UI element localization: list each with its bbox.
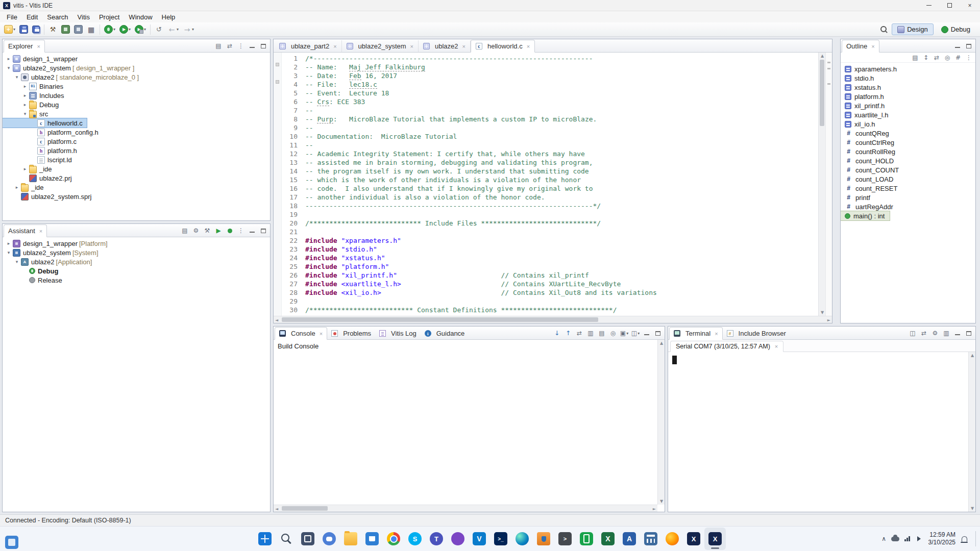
outline-item-xil-io-h[interactable]: xil_io.h bbox=[841, 119, 880, 129]
scroll-left-arrow[interactable]: ◄ bbox=[275, 507, 278, 511]
console-horizontal-scrollbar[interactable]: ◄ ► bbox=[274, 505, 657, 512]
assistant-view-tab[interactable]: Assistant × bbox=[4, 224, 47, 237]
terminal-vertical-scrollbar[interactable]: ▲ ▼ bbox=[968, 352, 975, 512]
search-icon[interactable] bbox=[880, 26, 888, 33]
expand-arrow-icon[interactable]: ▸ bbox=[21, 93, 29, 98]
taskbar-edge-button[interactable] bbox=[511, 528, 533, 550]
maximize-view-icon[interactable] bbox=[259, 42, 268, 50]
explorer-item-ublaze2-system[interactable]: ▾ublaze2_system [ design_1_wrapper ] bbox=[3, 63, 138, 72]
console-body[interactable]: Build Console ▲ ▼ ◄ ► bbox=[274, 340, 665, 512]
outline-item-printf[interactable]: printf bbox=[841, 193, 875, 202]
explorer-item-ublaze2[interactable]: ▾ublaze2 [ standalone_microblaze_0 ] bbox=[3, 72, 143, 82]
explorer-item-platform-c[interactable]: platform.c bbox=[3, 137, 81, 146]
scroll-right-arrow[interactable]: ► bbox=[653, 507, 656, 511]
outline-item-uartregaddr[interactable]: uartRegAddr bbox=[841, 202, 898, 211]
dropdown-caret[interactable]: ▾ bbox=[177, 27, 179, 32]
serial-session-tab[interactable]: Serial COM7 (3/10/25, 12:57 AM) × bbox=[670, 341, 783, 352]
explorer-item-debug[interactable]: ▸Debug bbox=[3, 100, 63, 109]
close-view-icon[interactable]: × bbox=[715, 331, 718, 337]
close-session-icon[interactable]: × bbox=[775, 343, 778, 349]
taskbar-file-explorer-button[interactable] bbox=[340, 528, 361, 550]
expand-arrow-icon[interactable]: ▸ bbox=[5, 241, 13, 246]
pin-console-icon[interactable]: ◎ bbox=[608, 329, 618, 337]
close-tab-icon[interactable]: × bbox=[462, 43, 465, 49]
close-window-button[interactable]: × bbox=[960, 0, 980, 11]
sort-icon[interactable]: ↕ bbox=[921, 54, 930, 62]
explorer-item-platform-h[interactable]: platform.h bbox=[3, 146, 81, 155]
assistant-item-release[interactable]: Release bbox=[3, 276, 66, 285]
outline-item-countrollreg[interactable]: countRollReg bbox=[841, 147, 900, 156]
emulation-button[interactable] bbox=[85, 23, 97, 36]
collapse-arrow-icon[interactable]: ▾ bbox=[5, 250, 13, 255]
expand-arrow-icon[interactable]: ▸ bbox=[21, 84, 29, 89]
close-tab-icon[interactable]: × bbox=[410, 43, 413, 49]
expand-arrow-icon[interactable]: ▸ bbox=[21, 102, 29, 107]
terminal-tab-terminal[interactable]: Terminal× bbox=[669, 327, 723, 340]
menu-edit[interactable]: Edit bbox=[22, 13, 42, 21]
link-with-editor-icon[interactable]: ⇄ bbox=[932, 54, 941, 62]
perspective-debug[interactable]: Debug bbox=[936, 23, 976, 35]
outline-item-platform-h[interactable]: platform.h bbox=[841, 92, 889, 101]
new-wizard-button[interactable]: ▾ bbox=[3, 23, 17, 36]
tray-chevron-icon[interactable]: ∧ bbox=[881, 535, 886, 542]
explorer-view-tab[interactable]: Explorer × bbox=[4, 40, 45, 53]
dropdown-caret[interactable]: ▾ bbox=[192, 27, 194, 32]
editor-horizontal-scrollbar[interactable]: ◄ ► bbox=[274, 316, 832, 323]
menu-file[interactable]: File bbox=[2, 13, 22, 21]
editor-tab-ublaze-part2[interactable]: ublaze_part2× bbox=[275, 40, 342, 52]
editor-vertical-scrollbar[interactable]: ▲ ▼ bbox=[818, 53, 825, 316]
explorer-item-helloworld-c[interactable]: helloworld.c bbox=[3, 118, 87, 128]
scroll-down-icon[interactable]: ↓ bbox=[552, 329, 561, 337]
perspective-design[interactable]: Design bbox=[892, 23, 933, 35]
taskbar-task-view-button[interactable] bbox=[297, 528, 318, 550]
view-menu-icon[interactable]: ⋮ bbox=[236, 42, 246, 50]
show-desktop-button[interactable] bbox=[975, 531, 977, 546]
scroll-up-arrow[interactable]: ▲ bbox=[660, 341, 663, 345]
link-with-editor-icon[interactable]: ⇄ bbox=[225, 42, 234, 50]
back-button[interactable]: ▾ bbox=[166, 23, 180, 36]
network-icon[interactable] bbox=[904, 536, 910, 541]
collapse-all-icon[interactable]: ▤ bbox=[911, 54, 920, 62]
onedrive-icon[interactable] bbox=[891, 537, 899, 541]
dropdown-caret[interactable]: ▾ bbox=[113, 27, 115, 32]
outline-item-xstatus-h[interactable]: xstatus.h bbox=[841, 83, 886, 92]
minimize-view-icon[interactable] bbox=[248, 227, 257, 235]
explorer-item-ublaze2-system-sprj[interactable]: ublaze2_system.sprj bbox=[3, 192, 96, 201]
scroll-up-arrow[interactable]: ▲ bbox=[971, 353, 974, 358]
view-menu-icon[interactable]: ⋮ bbox=[236, 227, 246, 235]
console-tab-guidance[interactable]: Guidance bbox=[421, 328, 469, 339]
taskbar-firefox-button[interactable] bbox=[662, 528, 683, 550]
display-console-icon[interactable]: ▣▾ bbox=[620, 329, 629, 337]
expand-arrow-icon[interactable]: ▸ bbox=[13, 185, 21, 190]
expand-arrow-icon[interactable]: ▸ bbox=[21, 166, 29, 171]
editor-tab-helloworld-c[interactable]: helloworld.c× bbox=[471, 40, 535, 53]
save-all-button[interactable] bbox=[31, 23, 41, 36]
new-terminal-icon[interactable]: ◫ bbox=[908, 329, 917, 337]
menu-vitis[interactable]: Vitis bbox=[73, 13, 94, 21]
console-vertical-scrollbar[interactable]: ▲ ▼ bbox=[657, 340, 665, 505]
collapse-arrow-icon[interactable]: ▾ bbox=[21, 111, 29, 116]
outline-item-xil-printf-h[interactable]: xil_printf.h bbox=[841, 101, 890, 110]
explorer-item-design-1-wrapper[interactable]: ▸design_1_wrapper bbox=[3, 54, 82, 63]
dropdown-caret[interactable]: ▾ bbox=[144, 27, 146, 32]
dropdown-caret[interactable]: ▾ bbox=[129, 27, 131, 32]
console-tab-problems[interactable]: Problems bbox=[327, 328, 375, 339]
minimize-view-icon[interactable] bbox=[248, 42, 257, 50]
settings-icon[interactable]: ⚙ bbox=[191, 227, 201, 235]
console-tab-console[interactable]: Console× bbox=[275, 327, 327, 340]
outline-item-xparameters-h[interactable]: xparameters.h bbox=[841, 64, 902, 73]
scrollbar-thumb[interactable] bbox=[282, 506, 328, 511]
console-tab-vitis-log[interactable]: Vitis Log bbox=[375, 328, 421, 339]
assistant-item-design-1-wrapper[interactable]: ▸design_1_wrapper [Platform] bbox=[3, 239, 112, 248]
explorer-item-lscript-ld[interactable]: lscript.ld bbox=[3, 155, 76, 164]
maximize-view-icon[interactable] bbox=[964, 329, 973, 337]
explorer-item-ide[interactable]: ▸_ide bbox=[3, 164, 56, 173]
assistant-item-ublaze2[interactable]: ▾ublaze2 [Application] bbox=[3, 257, 96, 266]
editor-tab-ublaze2[interactable]: ublaze2× bbox=[419, 40, 471, 52]
menu-window[interactable]: Window bbox=[124, 13, 157, 21]
scroll-lock-icon[interactable]: ▤ bbox=[597, 329, 606, 337]
scroll-left-arrow[interactable]: ◄ bbox=[275, 318, 278, 322]
menu-project[interactable]: Project bbox=[94, 13, 124, 21]
taskbar-widgets-button[interactable] bbox=[5, 531, 18, 551]
taskbar-store-button[interactable] bbox=[361, 528, 383, 550]
